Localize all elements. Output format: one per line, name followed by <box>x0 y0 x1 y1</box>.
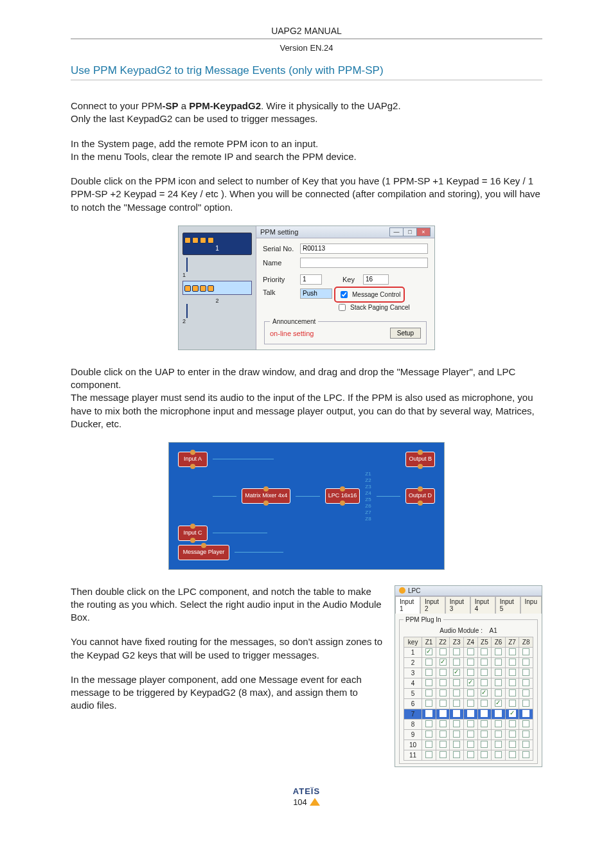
zone-checkbox[interactable] <box>464 647 478 657</box>
zone-checkbox[interactable] <box>477 729 492 740</box>
zone-checkbox[interactable] <box>477 678 492 688</box>
zone-checkbox[interactable] <box>464 678 478 688</box>
zone-checkbox[interactable] <box>519 709 533 719</box>
zone-checkbox[interactable] <box>477 647 492 657</box>
zone-checkbox[interactable] <box>519 678 533 688</box>
zone-checkbox[interactable] <box>450 657 464 668</box>
zone-checkbox[interactable] <box>505 698 519 709</box>
priority-input[interactable] <box>300 274 322 285</box>
zone-checkbox[interactable] <box>422 657 436 668</box>
zone-checkbox[interactable] <box>450 709 464 719</box>
zone-checkbox[interactable] <box>464 740 478 750</box>
zone-checkbox[interactable] <box>477 750 492 760</box>
zone-checkbox[interactable] <box>422 678 436 688</box>
close-button[interactable]: × <box>416 227 431 236</box>
lpc-tab[interactable]: Input 1 <box>395 596 420 614</box>
zone-checkbox[interactable] <box>450 719 464 729</box>
zone-checkbox[interactable] <box>477 740 492 750</box>
zone-checkbox[interactable] <box>477 688 492 698</box>
zone-checkbox[interactable] <box>436 729 450 740</box>
serial-input[interactable] <box>300 244 428 254</box>
zone-checkbox[interactable] <box>505 750 519 760</box>
lpc-tab[interactable]: Input 4 <box>470 596 495 614</box>
zone-checkbox[interactable] <box>505 657 519 668</box>
zone-checkbox[interactable] <box>422 719 436 729</box>
zone-checkbox[interactable] <box>492 729 506 740</box>
zone-checkbox[interactable] <box>436 740 450 750</box>
zone-checkbox[interactable] <box>450 698 464 709</box>
zone-checkbox[interactable] <box>450 668 464 678</box>
zone-checkbox[interactable] <box>492 647 506 657</box>
zone-checkbox[interactable] <box>505 668 519 678</box>
zone-checkbox[interactable] <box>492 750 506 760</box>
zone-checkbox[interactable] <box>450 678 464 688</box>
zone-checkbox[interactable] <box>436 668 450 678</box>
zone-checkbox[interactable] <box>464 719 478 729</box>
zone-checkbox[interactable] <box>422 668 436 678</box>
talk-select[interactable] <box>300 288 332 299</box>
zone-checkbox[interactable] <box>450 729 464 740</box>
zone-checkbox[interactable] <box>505 740 519 750</box>
zone-checkbox[interactable] <box>450 647 464 657</box>
zone-checkbox[interactable] <box>492 709 506 719</box>
zone-checkbox[interactable] <box>464 698 478 709</box>
zone-checkbox[interactable] <box>422 647 436 657</box>
maximize-button[interactable]: □ <box>403 227 417 236</box>
zone-checkbox[interactable] <box>477 698 492 709</box>
zone-checkbox[interactable] <box>505 678 519 688</box>
zone-checkbox[interactable] <box>436 750 450 760</box>
zone-checkbox[interactable] <box>492 740 506 750</box>
zone-checkbox[interactable] <box>436 719 450 729</box>
zone-checkbox[interactable] <box>422 740 436 750</box>
zone-checkbox[interactable] <box>505 688 519 698</box>
zone-checkbox[interactable] <box>519 657 533 668</box>
zone-checkbox[interactable] <box>422 698 436 709</box>
name-input[interactable] <box>300 258 428 268</box>
zone-checkbox[interactable] <box>505 719 519 729</box>
zone-checkbox[interactable] <box>464 729 478 740</box>
zone-checkbox[interactable] <box>492 657 506 668</box>
zone-checkbox[interactable] <box>519 688 533 698</box>
zone-checkbox[interactable] <box>477 719 492 729</box>
zone-checkbox[interactable] <box>464 709 478 719</box>
zone-checkbox[interactable] <box>519 698 533 709</box>
zone-checkbox[interactable] <box>505 647 519 657</box>
zone-checkbox[interactable] <box>477 668 492 678</box>
zone-checkbox[interactable] <box>422 750 436 760</box>
zone-checkbox[interactable] <box>519 719 533 729</box>
zone-checkbox[interactable] <box>422 709 436 719</box>
zone-checkbox[interactable] <box>464 668 478 678</box>
zone-checkbox[interactable] <box>477 709 492 719</box>
zone-checkbox[interactable] <box>519 750 533 760</box>
lpc-tab[interactable]: Input 3 <box>445 596 470 614</box>
zone-checkbox[interactable] <box>505 709 519 719</box>
zone-checkbox[interactable] <box>422 688 436 698</box>
zone-checkbox[interactable] <box>519 668 533 678</box>
zone-checkbox[interactable] <box>450 688 464 698</box>
zone-checkbox[interactable] <box>519 729 533 740</box>
zone-checkbox[interactable] <box>436 678 450 688</box>
zone-checkbox[interactable] <box>464 750 478 760</box>
zone-checkbox[interactable] <box>477 657 492 668</box>
zone-checkbox[interactable] <box>436 657 450 668</box>
zone-checkbox[interactable] <box>505 729 519 740</box>
zone-checkbox[interactable] <box>464 688 478 698</box>
minimize-button[interactable]: — <box>389 227 404 236</box>
zone-checkbox[interactable] <box>450 750 464 760</box>
message-control-checkbox[interactable] <box>341 291 348 298</box>
lpc-tab[interactable]: Input 5 <box>495 596 520 614</box>
zone-checkbox[interactable] <box>492 719 506 729</box>
zone-checkbox[interactable] <box>436 688 450 698</box>
zone-checkbox[interactable] <box>492 698 506 709</box>
zone-checkbox[interactable] <box>519 647 533 657</box>
zone-checkbox[interactable] <box>519 740 533 750</box>
zone-checkbox[interactable] <box>464 657 478 668</box>
zone-checkbox[interactable] <box>492 668 506 678</box>
stack-paging-cancel-checkbox[interactable] <box>339 304 346 311</box>
zone-checkbox[interactable] <box>436 709 450 719</box>
lpc-tab[interactable]: Input 2 <box>420 596 445 614</box>
zone-checkbox[interactable] <box>450 740 464 750</box>
lpc-tab[interactable]: Inpu <box>520 596 542 614</box>
zone-checkbox[interactable] <box>436 647 450 657</box>
zone-checkbox[interactable] <box>492 678 506 688</box>
